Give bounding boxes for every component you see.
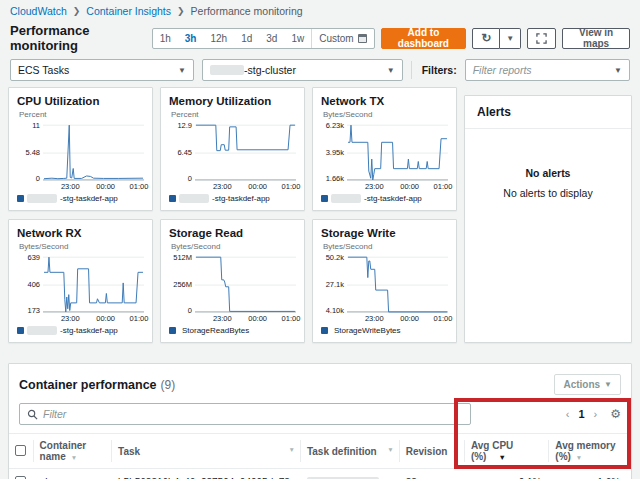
y-axis: 639406173	[17, 252, 43, 314]
cluster-select[interactable]: -stg-cluster ▼	[202, 59, 403, 81]
sort-icon[interactable]: ▼	[576, 454, 582, 461]
filter-reports-select[interactable]: Filter reports ▼	[465, 59, 630, 81]
y-tick-label: 3.95k	[326, 148, 344, 157]
alerts-empty-text: No alerts to display	[503, 187, 592, 199]
chart-body: 639406173	[17, 252, 144, 314]
line-chart	[347, 120, 448, 182]
x-axis: 23:0000:0001:00	[195, 182, 296, 191]
x-tick-label: 01:00	[282, 182, 301, 191]
table-filter-input[interactable]	[43, 408, 463, 420]
chart-unit-label: Percent	[19, 110, 144, 119]
sort-icon[interactable]: ▼	[288, 446, 294, 453]
time-range-3d[interactable]: 3d	[259, 29, 284, 48]
breadcrumb-container-insights[interactable]: Container Insights	[86, 5, 171, 17]
chart-legend[interactable]: -stg-taskdef-app	[17, 326, 144, 335]
y-tick-label: 256M	[173, 280, 192, 289]
chevron-down-icon: ▼	[604, 380, 612, 389]
chart-unit-label: Bytes/Second	[171, 242, 296, 251]
header-controls: 1h 3h 12h 1d 3d 1w Custom Add to dashboa…	[152, 28, 630, 49]
sort-icon[interactable]: ▼	[71, 454, 77, 461]
chart-card: Network TX Bytes/Second 6.23k3.95k1.66k …	[312, 87, 457, 211]
actions-button[interactable]: Actions▼	[554, 374, 621, 395]
column-revision[interactable]: Revision▼	[400, 434, 465, 469]
sort-desc-icon[interactable]: ▼	[498, 453, 505, 462]
refresh-control: ↻ ▼	[472, 28, 521, 49]
y-axis: 12.96.450	[169, 120, 195, 182]
chart-legend[interactable]: StorageWriteBytes	[321, 326, 448, 335]
table-toolbar: ‹ 1 › ⚙	[9, 401, 631, 433]
refresh-icon: ↻	[481, 31, 491, 45]
chart-unit-label: Percent	[171, 110, 296, 119]
sort-icon[interactable]: ▼	[387, 446, 393, 453]
column-task[interactable]: Task▼	[112, 434, 301, 469]
y-axis: 512M256M0	[169, 252, 195, 314]
scope-select-value: ECS Tasks	[18, 64, 69, 76]
y-tick-label: 4.10k	[326, 306, 344, 315]
chart-plot[interactable]	[195, 120, 296, 182]
alerts-panel: Alerts No alerts No alerts to display	[464, 95, 632, 343]
refresh-options-button[interactable]: ▼	[500, 28, 521, 49]
add-to-dashboard-button[interactable]: Add to dashboard	[381, 28, 467, 49]
line-chart	[43, 252, 144, 314]
current-page[interactable]: 1	[578, 408, 584, 420]
chart-plot[interactable]	[43, 120, 144, 182]
chart-legend[interactable]: StorageReadBytes	[169, 326, 296, 335]
redacted-text	[210, 65, 244, 75]
x-tick-label: 23:00	[61, 182, 80, 191]
column-avg-cpu[interactable]: Avg CPU (%)▼	[465, 434, 549, 469]
chart-legend[interactable]: -stg-taskdef-app	[17, 194, 144, 203]
sort-icon[interactable]: ▼	[452, 449, 458, 456]
table-row[interactable]: php b5b568316b4c46a287594a04095de73c 33 …	[9, 469, 631, 479]
column-avg-memory[interactable]: Avg memory (%)▼	[549, 434, 631, 469]
y-tick-label: 6.23k	[326, 121, 344, 130]
breadcrumb-separator-icon: ❯	[73, 6, 81, 16]
page-title: Performance monitoring	[10, 23, 152, 53]
chart-plot[interactable]	[347, 120, 448, 182]
time-range-1d[interactable]: 1d	[234, 29, 259, 48]
prev-page-button[interactable]: ‹	[566, 408, 570, 420]
legend-label: -stg-taskdef-app	[212, 194, 270, 203]
time-range-12h[interactable]: 12h	[203, 29, 234, 48]
chart-body: 115.480	[17, 120, 144, 182]
chart-card: Network RX Bytes/Second 639406173 23:000…	[8, 219, 153, 343]
fullscreen-button[interactable]	[527, 28, 556, 49]
table-filter-box	[19, 403, 471, 425]
chart-legend[interactable]: -stg-taskdef-app	[169, 194, 296, 203]
chart-title: Storage Read	[169, 227, 296, 239]
chart-legend[interactable]: -stg-taskdef-app	[321, 194, 448, 203]
redacted-text	[331, 194, 361, 203]
cluster-select-value: -stg-cluster	[244, 64, 296, 76]
line-chart	[347, 252, 448, 314]
container-performance-card: Container performance (9) Actions▼ ‹ 1 ›…	[8, 363, 632, 479]
legend-swatch	[169, 327, 176, 334]
view-in-maps-button[interactable]: View in maps	[562, 28, 630, 49]
time-range-1w[interactable]: 1w	[284, 29, 311, 48]
x-axis: 23:0000:0001:00	[43, 314, 144, 323]
column-container-name[interactable]: Container name▼	[34, 434, 112, 469]
chart-card: Storage Read Bytes/Second 512M256M0 23:0…	[160, 219, 305, 343]
charts-grid: Alerts No alerts No alerts to display CP…	[0, 87, 640, 343]
column-task-definition[interactable]: Task definition▼	[301, 434, 400, 469]
chart-plot[interactable]	[195, 252, 296, 314]
scope-select[interactable]: ECS Tasks ▼	[10, 59, 194, 81]
time-range-custom[interactable]: Custom	[311, 29, 373, 48]
x-axis: 23:0000:0001:00	[347, 314, 448, 323]
next-page-button[interactable]: ›	[594, 408, 598, 420]
time-range-1h[interactable]: 1h	[153, 29, 178, 48]
x-tick-label: 00:00	[400, 182, 419, 191]
chart-body: 512M256M0	[169, 252, 296, 314]
chart-plot[interactable]	[347, 252, 448, 314]
refresh-button[interactable]: ↻	[472, 28, 500, 49]
x-tick-label: 01:00	[434, 182, 453, 191]
time-range-3h[interactable]: 3h	[178, 29, 204, 48]
line-chart	[195, 120, 296, 182]
x-tick-label: 23:00	[213, 182, 232, 191]
breadcrumb-cloudwatch[interactable]: CloudWatch	[10, 5, 67, 17]
x-tick-label: 00:00	[400, 314, 419, 323]
table-title: Container performance	[19, 378, 157, 392]
container-performance-table: Container name▼ Task▼ Task definition▼ R…	[9, 433, 631, 479]
select-all-checkbox[interactable]	[15, 445, 26, 456]
x-tick-label: 01:00	[282, 314, 301, 323]
table-settings-icon[interactable]: ⚙	[610, 407, 621, 421]
chart-plot[interactable]	[43, 252, 144, 314]
